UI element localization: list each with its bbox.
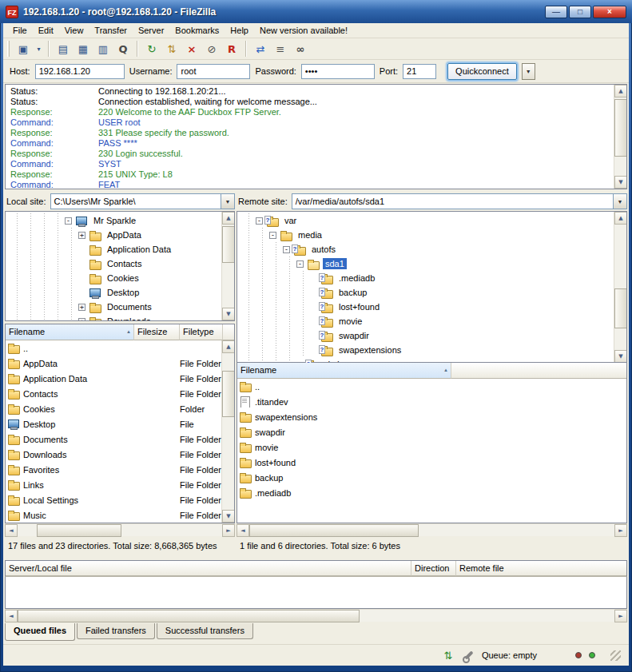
cancel-icon[interactable]: × [182,40,201,58]
local-tree-scrollbar[interactable] [221,212,234,320]
scroll-down-icon[interactable] [614,350,627,363]
quickconnect-dropdown-button[interactable]: ▼ [522,63,535,80]
tree-expander-icon[interactable]: + [78,318,85,322]
tools-icon[interactable] [462,650,475,662]
log-scrollbar[interactable] [614,85,626,189]
menu-bookmarks[interactable]: Bookmarks [169,24,225,37]
scroll-up-icon[interactable] [614,212,627,225]
process-queue-icon[interactable]: ⇅ [162,40,181,58]
file-row[interactable]: backup [237,470,626,485]
reconnect-icon[interactable]: R [222,40,241,58]
tree-item[interactable]: lost+found [237,300,626,314]
disconnect-icon[interactable]: ⊘ [202,40,221,58]
remote-tree-scrollbar[interactable] [614,212,626,363]
title-bar[interactable]: FZ 192.168.1.20 - root@192.168.1.20 - Fi… [0,0,632,23]
tree-item[interactable]: Desktop [6,285,234,300]
toggle-queue-icon[interactable]: Q [113,40,133,58]
column-header-remote-file[interactable]: Remote file [456,561,626,576]
host-input[interactable] [35,64,125,79]
close-button[interactable]: × [593,6,626,18]
tree-expander-icon[interactable]: - [283,246,290,253]
tree-expander-icon[interactable]: + [78,232,85,239]
file-row[interactable]: DocumentsFile Folder [6,431,221,447]
file-row[interactable]: CookiesFolder [6,401,221,416]
file-row[interactable]: .mediadb [237,485,626,500]
menu-server[interactable]: Server [133,24,169,37]
password-input[interactable] [301,64,375,79]
scroll-left-icon[interactable] [237,524,249,537]
scroll-up-icon[interactable] [614,85,627,97]
port-input[interactable] [403,64,436,79]
tree-item[interactable]: -Mr Sparkle [6,213,234,228]
tree-item[interactable]: Application Data [6,242,234,256]
tab-queued-files[interactable]: Queued files [5,623,75,641]
tree-expander-icon[interactable]: - [65,217,72,225]
tree-expander-icon[interactable]: - [296,260,304,268]
scrollbar-thumb[interactable] [37,524,121,537]
column-header-server-local-file[interactable]: Server/Local file [6,561,411,576]
directory-comparison-icon[interactable]: ≡ [271,40,290,58]
tree-item[interactable]: +AppData [6,228,234,242]
tree-item[interactable]: +Documents [6,300,234,314]
tab-failed-transfers[interactable]: Failed transfers [77,623,155,639]
tree-item-selected[interactable]: -sda1 [237,256,626,271]
local-list-scrollbar[interactable] [221,340,234,523]
tree-item[interactable]: backup [237,285,626,300]
tree-item[interactable]: swapdir [237,328,626,343]
transfer-activity-icon[interactable] [442,650,455,662]
scrollbar-thumb[interactable] [222,371,235,417]
find-files-icon[interactable]: ∞ [291,40,310,58]
column-header-filetype[interactable]: Filetype [180,324,223,340]
column-header-filesize[interactable]: Filesize [134,324,180,340]
synchronized-browsing-icon[interactable]: ⇄ [251,40,270,58]
tree-expander-icon[interactable]: + [78,304,85,311]
toggle-message-log-icon[interactable]: ▤ [54,40,73,58]
toggle-local-tree-icon[interactable]: ▦ [74,40,93,58]
scroll-left-icon[interactable] [5,524,18,537]
file-row[interactable]: .. [6,340,221,356]
menu-help[interactable]: Help [225,24,254,37]
toolbar-grip[interactable] [7,41,10,57]
scroll-right-icon[interactable] [614,610,627,622]
remote-site-combo[interactable]: /var/media/autofs/sda1 [292,193,627,209]
tree-item[interactable]: movie [237,314,626,328]
local-site-combo[interactable]: C:\Users\Mr Sparkle\ [50,193,235,209]
tree-expander-icon[interactable]: - [256,217,263,225]
menu-edit[interactable]: Edit [33,24,59,37]
scroll-left-icon[interactable] [5,610,18,622]
username-input[interactable] [177,64,250,79]
scroll-up-icon[interactable] [222,340,235,353]
tree-item[interactable]: Cookies [6,271,234,285]
file-row[interactable]: AppDataFile Folder [6,356,221,371]
minimize-button[interactable]: — [545,6,567,18]
resize-grip-icon[interactable] [610,650,621,661]
menu-transfer[interactable]: Transfer [89,24,133,37]
tree-item[interactable]: .mediadb [237,271,626,285]
column-header-filename[interactable]: Filename [237,363,451,379]
tree-expander-icon[interactable]: - [269,232,276,239]
file-row[interactable]: Application DataFile Folder [6,371,221,386]
file-row[interactable]: LinksFile Folder [6,477,221,492]
file-row[interactable]: MusicFile Folder [6,507,221,523]
file-row[interactable]: Local SettingsFile Folder [6,492,221,507]
file-row[interactable]: swapextensions [237,409,626,424]
site-manager-icon[interactable]: ▣ [14,40,33,58]
scrollbar-thumb[interactable] [249,524,419,537]
tree-item[interactable]: +Downloads [6,314,234,321]
scroll-down-icon[interactable] [222,510,235,523]
file-row[interactable]: .titandev [237,394,626,409]
scroll-right-icon[interactable] [222,524,235,537]
queue-horizontal-scrollbar[interactable] [5,609,627,622]
remote-horizontal-scrollbar[interactable] [237,523,627,536]
file-row[interactable]: swapdir [237,424,626,439]
transfer-queue-body[interactable] [5,576,627,609]
tree-item[interactable]: -var [237,213,626,228]
combo-dropdown-icon[interactable] [613,194,626,209]
site-manager-dropdown-icon[interactable]: ▾ [34,40,44,58]
refresh-icon[interactable]: ↻ [142,40,161,58]
toggle-remote-tree-icon[interactable]: ▥ [93,40,113,58]
tree-item[interactable]: -autofs [237,242,626,256]
tree-item[interactable]: -media [237,228,626,242]
file-row[interactable]: ContactsFile Folder [6,386,221,401]
scroll-up-icon[interactable] [222,212,235,225]
